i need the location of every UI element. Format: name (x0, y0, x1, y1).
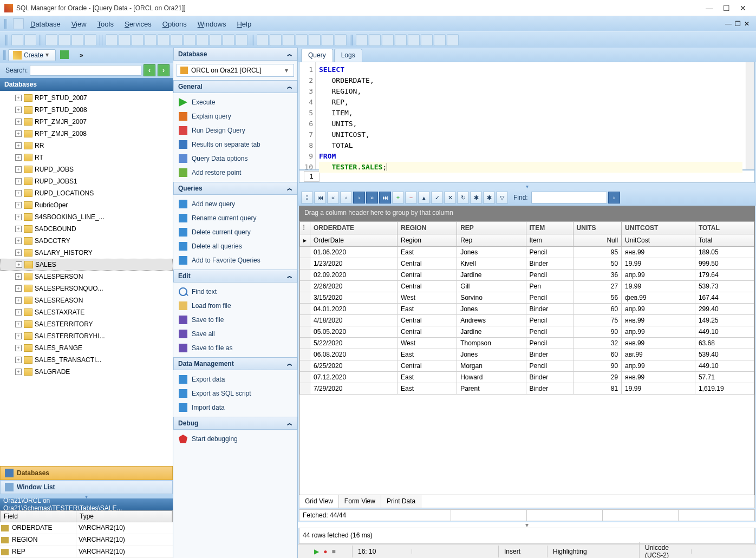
table-cell[interactable]: 179.64 (695, 270, 754, 281)
table-cell[interactable]: 07.12.2020 (310, 372, 397, 383)
filter-cell[interactable]: OrderDate (310, 234, 397, 247)
table-cell[interactable]: 999.50 (695, 258, 754, 270)
task-item[interactable]: Export data (173, 372, 297, 386)
db-tree[interactable]: +RPT_STUD_2007+RPT_STUD_2008+RPT_ZMJR_20… (0, 91, 173, 466)
task-item[interactable]: Save to file (173, 313, 297, 327)
table-cell[interactable]: апр.99 (622, 270, 695, 281)
column-header[interactable]: REP (457, 222, 526, 234)
expander-icon[interactable]: + (15, 142, 22, 149)
table-cell[interactable]: апр.99 (622, 304, 695, 315)
tree-item[interactable]: +SALESTERRITORY (0, 318, 173, 330)
toolbar-button[interactable] (335, 34, 347, 46)
table-row[interactable]: 06.08.2020EastJonesBinder60авг.99539.40 (300, 349, 754, 360)
expander-icon[interactable]: + (15, 369, 22, 375)
table-cell[interactable]: Sorvino (457, 292, 526, 304)
sql-editor[interactable]: 12345678910 SELECT ORDERDATE, REGION, RE… (299, 62, 755, 170)
table-cell[interactable]: 05.05.2020 (310, 326, 397, 338)
toolbar-button[interactable] (296, 34, 308, 46)
toolbar-button[interactable] (356, 34, 368, 46)
column-header[interactable]: ITEM (526, 222, 573, 234)
table-cell[interactable]: Pencil (526, 247, 573, 258)
find-input[interactable] (531, 192, 607, 203)
filter-cell[interactable]: Item (526, 234, 573, 247)
task-item[interactable]: Add restore point (173, 166, 297, 180)
table-cell[interactable]: 29 (573, 372, 622, 383)
toolbar-button[interactable] (184, 34, 195, 46)
toolbar-button[interactable] (45, 34, 57, 46)
search-prev-button[interactable]: ‹ (144, 64, 155, 76)
table-cell[interactable]: 27 (573, 281, 622, 292)
column-header[interactable]: UNITCOST (622, 222, 695, 234)
table-row[interactable]: 05.05.2020CentralJardinePencil90апр.9944… (300, 326, 754, 338)
task-item[interactable]: Explain query (173, 109, 297, 123)
table-cell[interactable]: Andrews (457, 315, 526, 326)
menu-database[interactable]: Database (26, 18, 65, 30)
expander-icon[interactable]: + (15, 107, 22, 113)
grid-config-button[interactable]: ⦙⦙ (301, 192, 313, 203)
tree-item[interactable]: +S4SBOOKING_LINE_... (0, 211, 173, 223)
toolbar-button[interactable] (257, 34, 269, 46)
search-input[interactable] (30, 65, 141, 76)
expander-icon[interactable]: + (15, 273, 22, 280)
expander-icon[interactable]: + (15, 345, 22, 351)
table-cell[interactable]: Jardine (457, 326, 526, 338)
tab-logs[interactable]: Logs (334, 49, 362, 62)
tree-item[interactable]: +SALESREASON (0, 294, 173, 306)
create-button[interactable]: Create ▾ (8, 49, 56, 61)
horizontal-splitter[interactable]: ▾ (298, 183, 756, 189)
expander-icon[interactable]: + (15, 130, 22, 137)
table-cell[interactable]: Binder (526, 258, 573, 270)
toolbar-button[interactable] (382, 34, 394, 46)
record-icon[interactable]: ● (323, 548, 327, 555)
table-cell[interactable]: 4/18/2020 (310, 315, 397, 326)
tree-item[interactable]: +SALES_RANGE (0, 342, 173, 354)
tree-item[interactable]: +SADCCTRY (0, 235, 173, 247)
data-grid[interactable]: ⦙ORDERDATEREGIONREPITEMUNITSUNITCOSTTOTA… (299, 221, 755, 495)
task-item[interactable]: Save to file as (173, 341, 297, 355)
table-cell[interactable]: 02.09.2020 (310, 270, 397, 281)
table-row[interactable]: 4/18/2020CentralAndrewsPencil75янв.99149… (300, 315, 754, 326)
tree-item[interactable]: +SALESTERRITORYHI... (0, 330, 173, 342)
table-cell[interactable]: Jones (457, 304, 526, 315)
menu-view[interactable]: View (67, 18, 91, 30)
expander-icon[interactable]: + (15, 202, 22, 208)
field-row[interactable]: REGIONVARCHAR2(10) (0, 534, 173, 546)
table-cell[interactable]: 189.05 (695, 247, 754, 258)
search-next-button[interactable]: › (158, 64, 170, 76)
table-cell[interactable]: 04.01.2020 (310, 304, 397, 315)
accordion-databases[interactable]: Databases (0, 466, 173, 480)
table-cell[interactable]: 1,619.19 (695, 383, 754, 395)
task-header-edit[interactable]: Edit ︽ (173, 270, 297, 283)
tree-item[interactable]: +RR (0, 140, 173, 152)
tree-item[interactable]: +RPT_ZMJR_2008 (0, 128, 173, 140)
field-col-header[interactable]: Field (1, 511, 76, 522)
toolbar-button[interactable] (236, 34, 247, 46)
toolbar-button[interactable] (71, 34, 83, 46)
table-cell[interactable]: 6/25/2020 (310, 360, 397, 372)
field-row[interactable]: REPVARCHAR2(10) (0, 546, 173, 558)
table-cell[interactable]: Pencil (526, 270, 573, 281)
tree-item[interactable]: +SADCBOUND (0, 223, 173, 235)
table-cell[interactable]: Pencil (526, 326, 573, 338)
table-cell[interactable]: West (397, 292, 457, 304)
filter-cell[interactable]: Null (573, 234, 622, 247)
edit-record-button[interactable]: ▴ (418, 192, 430, 203)
expander-icon[interactable]: + (15, 95, 22, 101)
table-cell[interactable]: 19.99 (622, 281, 695, 292)
filter-cell[interactable]: Region (397, 234, 457, 247)
more-button[interactable]: » (80, 51, 83, 59)
table-cell[interactable]: 63.68 (695, 338, 754, 349)
table-cell[interactable]: 75 (573, 315, 622, 326)
task-item[interactable]: Delete current query (173, 225, 297, 239)
table-cell[interactable]: East (397, 372, 457, 383)
table-row[interactable]: 1/23/2020CentralKivellBinder5019.99999.5… (300, 258, 754, 270)
table-cell[interactable]: Central (397, 258, 457, 270)
goto-bookmark-button[interactable]: ✱ (483, 192, 495, 203)
tree-item[interactable]: +RubricOper (0, 199, 173, 211)
task-header-database[interactable]: Database ︽ (173, 48, 297, 61)
task-header-queries[interactable]: Queries ︽ (173, 182, 297, 195)
menu-help[interactable]: Help (232, 18, 256, 30)
table-cell[interactable]: East (397, 383, 457, 395)
task-item[interactable]: Rename current query (173, 211, 297, 225)
table-cell[interactable]: 5/22/2020 (310, 338, 397, 349)
